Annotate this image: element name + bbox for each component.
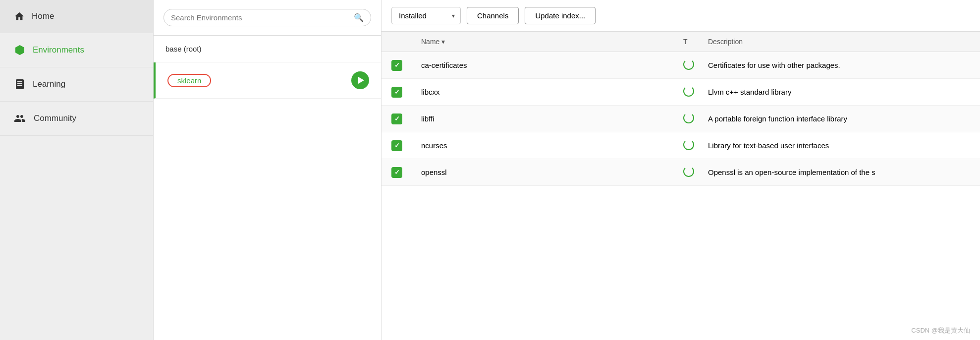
row-checkbox[interactable] xyxy=(391,60,421,71)
col-type-header: T xyxy=(683,38,708,46)
row-checkbox[interactable] xyxy=(391,113,421,124)
checked-icon xyxy=(391,87,402,98)
book-icon xyxy=(14,78,26,90)
sidebar-item-community[interactable]: Community xyxy=(0,102,153,136)
sidebar-item-home-label: Home xyxy=(32,11,54,21)
cube-icon xyxy=(14,44,26,56)
sidebar-item-home[interactable]: Home xyxy=(0,0,153,33)
row-type xyxy=(683,139,708,152)
checked-icon xyxy=(391,167,402,178)
pkg-type-icon xyxy=(683,166,694,177)
table-row: libcxx Llvm c++ standard library xyxy=(381,79,980,106)
row-checkbox[interactable] xyxy=(391,167,421,178)
row-checkbox[interactable] xyxy=(391,140,421,151)
channels-button[interactable]: Channels xyxy=(467,7,519,24)
sidebar: Home Environments Learning Community xyxy=(0,0,154,340)
row-name: openssl xyxy=(421,168,683,176)
checked-icon xyxy=(391,60,402,71)
packages-toolbar: Installed Not Installed All Upgradable ▾… xyxy=(381,0,980,32)
env-sklearn-label: sklearn xyxy=(167,74,211,87)
env-list-panel: 🔍 base (root) sklearn xyxy=(154,0,381,340)
filter-select[interactable]: Installed Not Installed All Upgradable xyxy=(391,7,461,24)
play-button[interactable] xyxy=(351,71,369,89)
search-input[interactable] xyxy=(171,13,354,22)
search-bar: 🔍 xyxy=(163,9,371,26)
sidebar-item-environments-label: Environments xyxy=(33,45,84,55)
sidebar-item-community-label: Community xyxy=(34,113,76,123)
table-row: ca-certificates Certificates for use wit… xyxy=(381,52,980,79)
watermark: CSDN @我是黄大仙 xyxy=(911,326,970,335)
row-name: ncurses xyxy=(421,141,683,150)
row-description: Certificates for use with other packages… xyxy=(708,61,970,69)
col-description-header: Description xyxy=(708,38,970,46)
row-name: libffi xyxy=(421,114,683,123)
row-description: Llvm c++ standard library xyxy=(708,88,970,96)
pkg-type-icon xyxy=(683,86,694,97)
row-type xyxy=(683,86,708,98)
pkg-type-icon xyxy=(683,139,694,150)
env-list-item-base[interactable]: base (root) xyxy=(154,36,381,62)
checked-icon xyxy=(391,113,402,124)
table-header: Name ▾ T Description xyxy=(381,32,980,52)
checked-icon xyxy=(391,140,402,151)
table-row: libffi A portable foreign function inter… xyxy=(381,106,980,132)
env-list-item-sklearn[interactable]: sklearn xyxy=(154,62,381,99)
row-name: ca-certificates xyxy=(421,61,683,69)
col-checkbox-header xyxy=(391,38,421,46)
row-checkbox[interactable] xyxy=(391,87,421,98)
row-description: Openssl is an open-source implementation… xyxy=(708,168,970,176)
search-bar-container: 🔍 xyxy=(154,0,381,36)
update-index-button[interactable]: Update index... xyxy=(525,7,596,24)
sidebar-item-learning[interactable]: Learning xyxy=(0,67,153,102)
pkg-type-icon xyxy=(683,59,694,70)
table-row: openssl Openssl is an open-source implem… xyxy=(381,159,980,186)
search-icon[interactable]: 🔍 xyxy=(354,13,364,22)
main-area: 🔍 base (root) sklearn Installed Not Inst… xyxy=(154,0,980,340)
packages-table: Name ▾ T Description ca-certificates Cer… xyxy=(381,32,980,340)
row-type xyxy=(683,166,708,178)
row-type xyxy=(683,59,708,71)
env-base-label: base (root) xyxy=(165,45,202,53)
sort-icon[interactable]: ▾ xyxy=(441,38,445,46)
row-type xyxy=(683,113,708,125)
home-icon xyxy=(14,11,25,22)
row-description: A portable foreign function interface li… xyxy=(708,114,970,123)
row-description: Library for text-based user interfaces xyxy=(708,141,970,150)
row-name: libcxx xyxy=(421,88,683,96)
people-icon xyxy=(14,113,27,124)
table-row: ncurses Library for text-based user inte… xyxy=(381,132,980,159)
col-name-header: Name ▾ xyxy=(421,38,683,46)
sidebar-item-learning-label: Learning xyxy=(33,79,65,89)
pkg-type-icon xyxy=(683,113,694,123)
sidebar-item-environments[interactable]: Environments xyxy=(0,33,153,67)
packages-panel: Installed Not Installed All Upgradable ▾… xyxy=(381,0,980,340)
filter-select-wrap: Installed Not Installed All Upgradable ▾ xyxy=(391,7,461,24)
